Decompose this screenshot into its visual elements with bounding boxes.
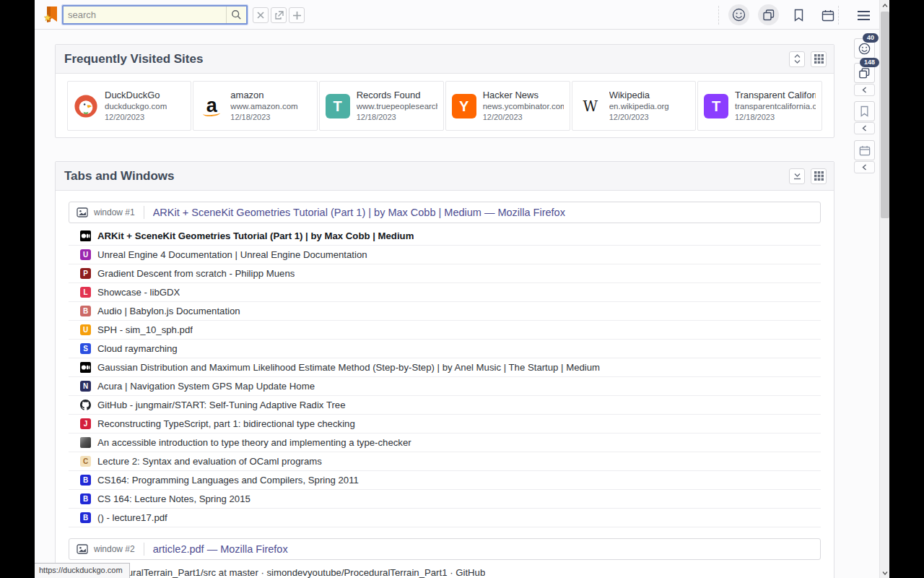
scroll-up-icon[interactable] [880, 0, 889, 10]
search-icon[interactable] [226, 7, 246, 23]
site-date: 12/20/2023 [105, 112, 167, 122]
site-card[interactable]: TRecords Foundwww.truepeoplesearch....12… [319, 81, 444, 131]
site-card[interactable]: WWikipediaen.wikipedia.org12/20/2023 [572, 81, 696, 131]
tab-title: CS 164: Lecture Notes, Spring 2015 [97, 493, 250, 504]
windows-count-badge: 148 [860, 58, 879, 67]
medium-favicon [80, 230, 91, 241]
site-url: news.ycombinator.com [483, 101, 564, 112]
window-image-icon [77, 207, 88, 217]
site-favicon-wrap: a [199, 94, 224, 118]
medium-icon [80, 362, 91, 373]
window-label: window #2 [94, 544, 135, 554]
add-button[interactable] [289, 7, 305, 23]
tab-row[interactable]: Gaussian Distribution and Maximum Likeli… [69, 358, 821, 377]
tab-title: Acura | Navigation System GPS Map Update… [97, 381, 315, 392]
tab-row[interactable]: JReconstructing TypeScript, part 1: bidi… [69, 415, 821, 434]
tab-row[interactable]: UUnreal Engine 4 Documentation | Unreal … [69, 246, 821, 264]
tab-row[interactable]: ProceduralTerrain_Part1/src at master · … [69, 564, 821, 578]
tab-row[interactable]: USPH - sim_10_sph.pdf [69, 321, 821, 340]
site-favicon-wrap: T [704, 94, 728, 118]
site-card[interactable]: DuckDuckGoduckduckgo.com12/20/2023 [67, 81, 191, 131]
chevron-left-icon [862, 125, 867, 131]
site-meta: Hacker Newsnews.ycombinator.com12/20/202… [483, 90, 564, 122]
sidebar-calendar-button[interactable] [854, 140, 875, 160]
search-input[interactable] [64, 9, 226, 20]
site-meta: Records Foundwww.truepeoplesearch....12/… [357, 90, 437, 122]
extension-page: Frequently Visited Sites DuckDuckGoduckd… [35, 0, 889, 578]
letter-favicon: T [326, 94, 350, 118]
window-header[interactable]: window #2article2.pdf — Mozilla Firefox [69, 538, 821, 560]
grid-view-button[interactable] [811, 168, 827, 184]
tab-row[interactable]: BCS 164: Lecture Notes, Spring 2015 [69, 490, 821, 509]
frequently-visited-section: Frequently Visited Sites DuckDuckGoduckd… [55, 44, 834, 138]
tab-title: () - lecture17.pdf [97, 512, 167, 523]
tab-row[interactable]: CLecture 2: Syntax and evaluation of OCa… [69, 452, 821, 471]
screen: Frequently Visited Sites DuckDuckGoduckd… [0, 0, 924, 578]
share-icon [274, 11, 284, 20]
site-date: 12/20/2023 [483, 112, 564, 122]
window-header[interactable]: window #1ARKit + SceneKit Geometries Tut… [69, 202, 821, 223]
window-image-icon [77, 544, 88, 554]
site-favicon-wrap: W [578, 94, 603, 118]
collapse-panel-button[interactable] [854, 161, 875, 173]
collapse-panel-button[interactable] [854, 122, 875, 134]
window-title-link[interactable]: article2.pdf — Mozilla Firefox [153, 543, 288, 555]
site-name: amazon [230, 90, 297, 101]
sidebar-bookmarks-button[interactable] [854, 101, 875, 121]
chevron-left-icon [862, 164, 867, 171]
tab-row[interactable]: ARKit + SceneKit Geometries Tutorial (Pa… [69, 227, 821, 246]
tab-row[interactable]: PGradient Descent from scratch - Philipp… [69, 264, 821, 283]
site-card[interactable]: aamazonwww.amazon.com12/18/2023 [193, 81, 317, 131]
menu-icon [857, 10, 871, 21]
bookmark-icon [793, 9, 804, 22]
tab-row[interactable]: GitHub - jungmair/START: Self-Tuning Ada… [69, 396, 821, 415]
tab-row[interactable]: BAudio | Babylon.js Documentation [69, 302, 821, 321]
history-calendar-button[interactable] [821, 8, 835, 22]
search-box [62, 5, 248, 25]
plus-icon [292, 11, 302, 20]
letter-favicon: B [80, 512, 91, 523]
smiley-button[interactable] [728, 4, 749, 25]
page-scrollbar[interactable] [879, 0, 889, 578]
tab-title: GitHub - jungmair/START: Self-Tuning Ada… [97, 400, 346, 410]
github-favicon [80, 400, 91, 410]
toolbar-separator [838, 6, 839, 25]
amazon-smile [203, 110, 220, 117]
tab-row[interactable]: BCS164: Programming Languages and Compil… [69, 471, 821, 490]
tab-title: SPH - sim_10_sph.pdf [97, 324, 193, 335]
sort-vertical-icon [793, 54, 801, 64]
site-meta: amazonwww.amazon.com12/18/2023 [230, 90, 297, 122]
site-url: duckduckgo.com [105, 101, 167, 112]
medium-favicon [80, 362, 91, 373]
tab-row[interactable]: SCloud raymarching [69, 340, 821, 358]
windows-list: window #1ARKit + SceneKit Geometries Tut… [56, 202, 834, 578]
site-favicon-wrap: Y [452, 94, 476, 118]
tab-title: Gradient Descent from scratch - Philipp … [97, 268, 295, 279]
clear-search-button[interactable] [253, 7, 269, 23]
letter-favicon: L [80, 287, 91, 298]
copy-windows-icon [858, 67, 871, 79]
scroll-down-icon[interactable] [880, 568, 889, 578]
grid-view-button[interactable] [811, 51, 827, 67]
windows-overview-button[interactable] [758, 4, 779, 25]
tab-row[interactable]: NAcura | Navigation System GPS Map Updat… [69, 377, 821, 396]
share-button[interactable] [271, 7, 287, 23]
tab-row[interactable]: An accessible introduction to type theor… [69, 434, 821, 452]
bookmark-logo-icon [43, 6, 59, 23]
status-url-tooltip: https://duckduckgo.com [35, 563, 130, 578]
bookmarks-button[interactable] [791, 8, 806, 22]
tab-row[interactable]: LShowcase - libGDX [69, 283, 821, 302]
scrollbar-thumb[interactable] [881, 12, 889, 218]
tab-row[interactable]: B() - lecture17.pdf [69, 509, 821, 527]
tab-title: Cloud raymarching [97, 343, 178, 354]
collapse-panel-button[interactable] [854, 84, 875, 96]
sort-button[interactable] [789, 51, 805, 67]
close-icon [256, 11, 265, 20]
frequently-visited-header: Frequently Visited Sites [56, 45, 834, 74]
menu-button[interactable] [856, 8, 871, 22]
site-card[interactable]: TTransparent Californiatransparentcalifo… [697, 81, 822, 131]
site-card[interactable]: YHacker Newsnews.ycombinator.com12/20/20… [445, 81, 570, 131]
collapse-all-button[interactable] [789, 168, 805, 184]
window-title-link[interactable]: ARKit + SceneKit Geometries Tutorial (Pa… [153, 207, 565, 218]
grid-icon [814, 171, 824, 181]
